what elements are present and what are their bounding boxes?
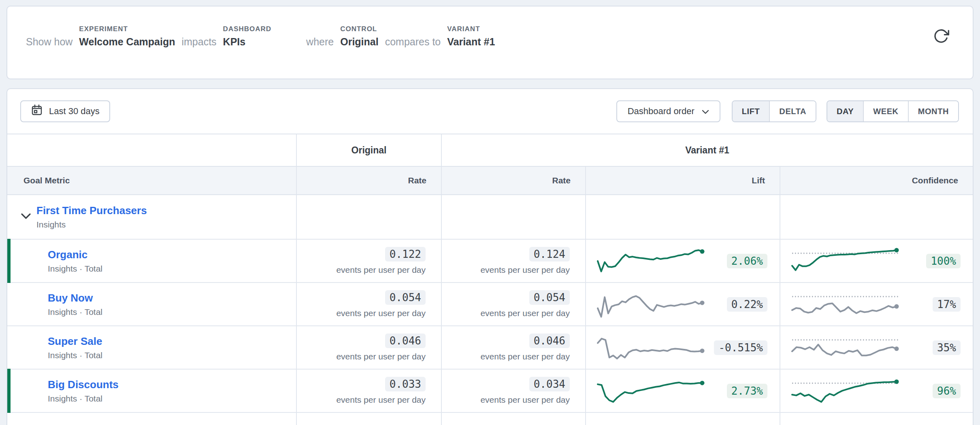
original-rate-value: 0.033 — [385, 377, 426, 391]
header-variant: Variant #1 — [442, 134, 973, 166]
table-header-groups: Original Variant #1 — [7, 134, 973, 167]
group-metric-source: Insights — [36, 220, 66, 229]
metric-cell: Super Sale Insights · Total — [7, 326, 297, 369]
experiment-summary-card: Show how EXPERIMENT Welcome Campaign imp… — [6, 6, 974, 79]
experiment-label: EXPERIMENT — [79, 25, 175, 33]
results-card: Last 30 days Dashboard order LIFT DELTA … — [6, 88, 974, 425]
variant-selector[interactable]: VARIANT Variant #1 — [447, 25, 495, 48]
metric-source: Insights · Total — [48, 351, 102, 360]
metric-link[interactable]: Super Sale — [48, 335, 102, 348]
rate-unit: events per user per day — [336, 265, 426, 275]
lift-cell: 2.73% — [586, 370, 780, 412]
experiment-selector[interactable]: EXPERIMENT Welcome Campaign — [79, 25, 175, 48]
confidence-value: 35% — [933, 340, 961, 355]
experiment-value: Welcome Campaign — [79, 36, 175, 48]
control-label: CONTROL — [340, 25, 378, 33]
mode-toggle: LIFT DELTA — [732, 100, 816, 122]
dashboard-selector[interactable]: DASHBOARD KPIs — [223, 25, 272, 48]
original-rate-value: 0.046 — [385, 334, 426, 348]
table-row: Organic Insights · Total 0.122 events pe… — [7, 240, 973, 283]
granularity-week-segment[interactable]: WEEK — [863, 101, 908, 121]
dashboard-order-label: Dashboard order — [628, 106, 695, 117]
calendar-icon — [31, 104, 43, 119]
original-rate-cell: 0.054 events per user per day — [297, 283, 442, 325]
table-row: Super Sale Insights · Total 0.046 events… — [7, 326, 973, 370]
header-variant-rate: Rate — [442, 167, 586, 194]
original-rate-cell: 0.046 events per user per day — [297, 326, 442, 369]
metric-link[interactable]: Organic — [48, 249, 102, 261]
variant-rate-value: 0.054 — [529, 290, 570, 305]
metric-source: Insights · Total — [48, 307, 102, 317]
variant-rate-value: 0.034 — [529, 377, 570, 391]
header-lift: Lift — [586, 167, 780, 194]
header-goal-metric: Goal Metric — [7, 167, 297, 194]
table-header-columns: Goal Metric Rate Rate Lift Confidence — [7, 167, 973, 195]
toolbar: Last 30 days Dashboard order LIFT DELTA … — [7, 89, 973, 134]
variant-rate-cell: 0.046 events per user per day — [442, 326, 586, 369]
metric-link[interactable]: Buy Now — [48, 292, 102, 304]
rate-unit: events per user per day — [480, 395, 570, 405]
phrase-compares-to: compares to — [385, 36, 441, 48]
variant-value: Variant #1 — [447, 36, 495, 48]
experiment-phrase: Show how EXPERIMENT Welcome Campaign imp… — [7, 6, 973, 48]
date-range-button[interactable]: Last 30 days — [20, 100, 110, 122]
confidence-value: 100% — [926, 254, 961, 268]
rate-unit: events per user per day — [480, 352, 570, 361]
confidence-value: 17% — [933, 297, 961, 312]
rate-unit: events per user per day — [480, 308, 570, 318]
table-row: Big Discounts Insights · Total 0.033 eve… — [7, 370, 973, 413]
group-metric-link[interactable]: First Time Purchasers — [36, 204, 147, 217]
metric-source: Insights · Total — [48, 394, 102, 403]
granularity-toggle: DAY WEEK MONTH — [827, 100, 959, 122]
refresh-icon — [933, 28, 949, 45]
phrase-impacts: impacts — [181, 36, 216, 48]
refresh-button[interactable] — [932, 28, 950, 45]
variant-label: VARIANT — [447, 25, 495, 33]
granularity-day-segment[interactable]: DAY — [827, 101, 863, 121]
variant-rate-value: 0.124 — [529, 247, 570, 261]
rate-unit: events per user per day — [336, 308, 426, 318]
confidence-cell: 35% — [780, 326, 973, 369]
lift-cell: 2.06% — [586, 240, 780, 282]
dashboard-order-dropdown[interactable]: Dashboard order — [616, 100, 720, 122]
lift-sparkline — [596, 245, 707, 277]
phrase-prefix: Show how — [26, 36, 72, 48]
variant-rate-value: 0.046 — [529, 334, 570, 348]
mode-lift-segment[interactable]: LIFT — [733, 101, 769, 121]
lift-value: 2.73% — [727, 384, 767, 398]
metric-group-row: First Time Purchasers Insights — [7, 195, 973, 240]
phrase-where: where — [306, 36, 334, 48]
lift-sparkline — [596, 332, 707, 363]
lift-value: 0.22% — [727, 297, 767, 312]
original-rate-value: 0.054 — [385, 290, 426, 305]
header-spacer — [7, 134, 297, 166]
confidence-sparkline — [790, 289, 901, 320]
metric-link[interactable]: Big Discounts — [48, 378, 119, 391]
table-row-partial — [7, 413, 973, 425]
lift-value: 2.06% — [727, 254, 767, 268]
confidence-cell: 100% — [780, 240, 973, 282]
lift-value: -0.515% — [714, 340, 767, 355]
control-selector[interactable]: CONTROL Original — [340, 25, 378, 48]
confidence-sparkline — [790, 245, 901, 277]
lift-cell: 0.22% — [586, 283, 780, 325]
toolbar-right: Dashboard order LIFT DELTA DAY WEEK MONT… — [616, 100, 959, 122]
chevron-down-icon[interactable] — [21, 213, 31, 221]
variant-rate-cell: 0.034 events per user per day — [442, 370, 586, 412]
rate-unit: events per user per day — [480, 265, 570, 275]
granularity-month-segment[interactable]: MONTH — [908, 101, 958, 121]
original-rate-cell: 0.122 events per user per day — [297, 240, 442, 282]
original-rate-value: 0.122 — [385, 247, 426, 261]
metric-source: Insights · Total — [48, 264, 102, 273]
control-value: Original — [340, 36, 378, 48]
confidence-cell: 96% — [780, 370, 973, 412]
rate-unit: events per user per day — [336, 395, 426, 405]
confidence-value: 96% — [933, 384, 961, 398]
chevron-down-icon — [702, 106, 709, 117]
header-original: Original — [297, 134, 442, 166]
lift-cell: -0.515% — [586, 326, 780, 369]
dashboard-value: KPIs — [223, 36, 272, 48]
variant-rate-cell: 0.054 events per user per day — [442, 283, 586, 325]
mode-delta-segment[interactable]: DELTA — [769, 101, 816, 121]
metric-cell: Organic Insights · Total — [7, 240, 297, 282]
